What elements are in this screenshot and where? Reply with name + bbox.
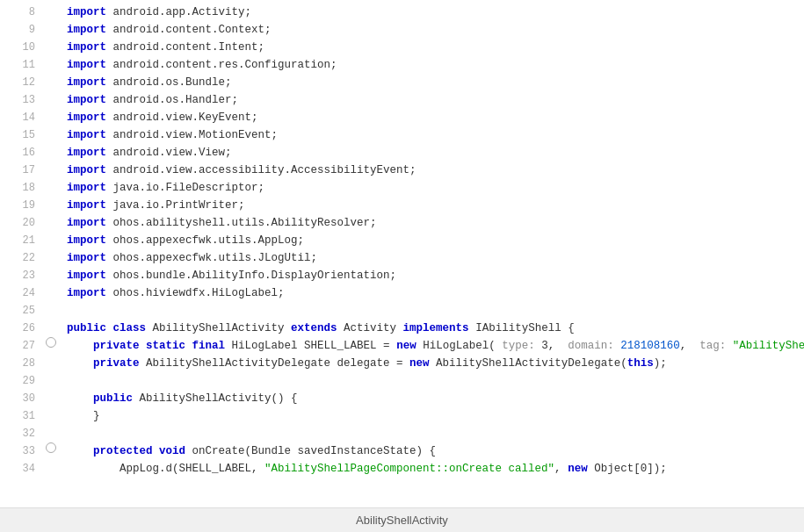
line-num-8: 8	[7, 4, 35, 21]
line-num-30: 30	[7, 390, 35, 407]
code-line-12: import android.os.Bundle;	[67, 74, 797, 91]
footer-title: AbilityShellActivity	[356, 514, 448, 527]
code-line-24: import ohos.hiviewdfx.HiLogLabel;	[67, 284, 797, 302]
line-num-26: 26	[7, 320, 35, 337]
code-line-13: import android.os.Handler;	[67, 91, 797, 109]
code-line-18: import java.io.FileDescriptor;	[67, 179, 797, 197]
line-num-19: 19	[7, 197, 35, 214]
gutter-icon-33[interactable]	[46, 442, 56, 453]
line-num-32: 32	[7, 425, 35, 442]
line-num-15: 15	[7, 126, 35, 144]
code-line-22: import ohos.appexecfwk.utils.JLogUtil;	[67, 249, 797, 267]
line-num-13: 13	[7, 91, 35, 109]
code-line-34: AppLog.d(SHELL_LABEL, "AbilityShellPageC…	[67, 460, 797, 478]
code-line-16: import android.view.View;	[67, 144, 797, 162]
line-num-34: 34	[7, 460, 35, 478]
code-area: 8 9 10 11 12 13 14 15 16 17 18 19 20 21 …	[0, 0, 804, 507]
code-line-23: import ohos.bundle.AbilityInfo.DisplayOr…	[67, 267, 797, 284]
code-line-30: public AbilityShellActivity() {	[67, 390, 797, 407]
line-num-27: 27	[7, 337, 35, 355]
code-line-31: }	[67, 407, 797, 425]
code-line-11: import android.content.res.Configuration…	[67, 56, 797, 74]
line-num-10: 10	[7, 39, 35, 56]
line-num-14: 14	[7, 109, 35, 126]
code-line-26: public class AbilityShellActivity extend…	[67, 320, 797, 337]
code-line-27: private static final HiLogLabel SHELL_LA…	[67, 337, 797, 355]
code-line-17: import android.view.accessibility.Access…	[67, 162, 797, 179]
code-line-10: import android.content.Intent;	[67, 39, 797, 56]
line-num-25: 25	[7, 302, 35, 320]
line-num-11: 11	[7, 56, 35, 74]
line-num-9: 9	[7, 21, 35, 39]
code-line-32	[67, 425, 797, 442]
code-line-14: import android.view.KeyEvent;	[67, 109, 797, 126]
line-num-17: 17	[7, 162, 35, 179]
code-line-15: import android.view.MotionEvent;	[67, 126, 797, 144]
line-num-18: 18	[7, 179, 35, 197]
line-num-20: 20	[7, 214, 35, 232]
line-num-23: 23	[7, 267, 35, 284]
footer-bar: AbilityShellActivity	[0, 507, 804, 532]
line-num-16: 16	[7, 144, 35, 162]
line-num-24: 24	[7, 284, 35, 302]
code-content[interactable]: import android.app.Activity; import andr…	[60, 4, 804, 504]
line-num-12: 12	[7, 74, 35, 91]
code-line-20: import ohos.abilityshell.utils.AbilityRe…	[67, 214, 797, 232]
line-num-29: 29	[7, 372, 35, 390]
code-line-29	[67, 372, 797, 390]
line-num-28: 28	[7, 355, 35, 372]
code-line-21: import ohos.appexecfwk.utils.AppLog;	[67, 232, 797, 249]
gutter-icon-30[interactable]	[46, 337, 56, 348]
code-line-19: import java.io.PrintWriter;	[67, 197, 797, 214]
line-num-22: 22	[7, 249, 35, 267]
line-num-21: 21	[7, 232, 35, 249]
code-line-9: import android.content.Context;	[67, 21, 797, 39]
code-line-33: protected void onCreate(Bundle savedInst…	[67, 442, 797, 460]
line-num-33: 33	[7, 442, 35, 460]
code-line-28: private AbilityShellActivityDelegate del…	[67, 355, 797, 372]
code-line-8: import android.app.Activity;	[67, 4, 797, 21]
editor-container: 8 9 10 11 12 13 14 15 16 17 18 19 20 21 …	[0, 0, 804, 532]
line-num-31: 31	[7, 407, 35, 425]
gutter	[42, 4, 60, 504]
code-line-25	[67, 302, 797, 320]
line-numbers: 8 9 10 11 12 13 14 15 16 17 18 19 20 21 …	[0, 4, 42, 504]
